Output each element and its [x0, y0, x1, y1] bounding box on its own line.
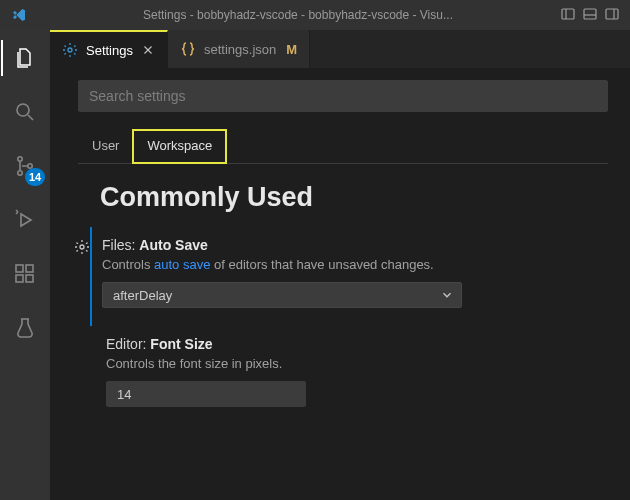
- scope-workspace[interactable]: Workspace: [133, 130, 226, 163]
- setting-font-size: Editor: Font Size Controls the font size…: [74, 326, 608, 425]
- svg-marker-11: [21, 214, 31, 226]
- svg-point-20: [80, 245, 84, 249]
- tab-settings-json[interactable]: settings.json M: [168, 30, 310, 68]
- panel-bottom-icon[interactable]: [582, 6, 598, 25]
- explorer-icon[interactable]: [1, 40, 49, 76]
- settings-body: User Workspace Commonly Used Files: Auto…: [50, 68, 630, 425]
- tab-json-label: settings.json: [204, 42, 276, 57]
- auto-save-select[interactable]: afterDelay: [102, 282, 462, 308]
- setting-description: Controls auto save of editors that have …: [102, 257, 608, 272]
- select-value: afterDelay: [113, 288, 172, 303]
- setting-category: Editor:: [106, 336, 150, 352]
- svg-line-7: [28, 115, 33, 120]
- setting-title: Editor: Font Size: [106, 336, 608, 352]
- source-control-icon[interactable]: 14: [1, 148, 49, 184]
- section-heading: Commonly Used: [100, 182, 608, 213]
- setting-name: Font Size: [150, 336, 212, 352]
- chevron-down-icon: [440, 288, 454, 305]
- svg-rect-0: [562, 9, 574, 19]
- auto-save-link[interactable]: auto save: [154, 257, 210, 272]
- setting-description: Controls the font size in pixels.: [106, 356, 608, 371]
- svg-rect-2: [584, 9, 596, 19]
- titlebar: Settings - bobbyhadz-vscode - bobbyhadz-…: [0, 0, 630, 30]
- setting-category: Files:: [102, 237, 139, 253]
- close-icon[interactable]: [141, 43, 155, 57]
- panel-right-icon[interactable]: [604, 6, 620, 25]
- svg-rect-13: [16, 275, 23, 282]
- svg-point-9: [18, 171, 22, 175]
- modified-indicator: M: [286, 42, 297, 57]
- extensions-icon[interactable]: [1, 256, 49, 292]
- scope-tabs: User Workspace: [78, 130, 608, 164]
- activity-bar: 14: [0, 30, 50, 500]
- setting-name: Auto Save: [139, 237, 207, 253]
- svg-point-6: [17, 104, 29, 116]
- tab-row: Settings settings.json M: [50, 30, 630, 68]
- font-size-input[interactable]: [106, 381, 306, 407]
- gear-icon: [62, 42, 78, 58]
- json-braces-icon: [180, 41, 196, 57]
- tab-settings-label: Settings: [86, 43, 133, 58]
- svg-rect-14: [26, 275, 33, 282]
- editor-area: Settings settings.json M User Workspace …: [50, 30, 630, 500]
- svg-point-17: [68, 48, 72, 52]
- svg-rect-4: [606, 9, 618, 19]
- svg-point-8: [18, 157, 22, 161]
- tab-settings[interactable]: Settings: [50, 30, 168, 68]
- setting-auto-save: Files: Auto Save Controls auto save of e…: [90, 227, 608, 326]
- layout-controls: [560, 6, 620, 25]
- gear-icon[interactable]: [74, 239, 90, 255]
- debug-icon[interactable]: [1, 202, 49, 238]
- window-title: Settings - bobbyhadz-vscode - bobbyhadz-…: [36, 8, 560, 22]
- setting-title: Files: Auto Save: [102, 237, 608, 253]
- search-icon[interactable]: [1, 94, 49, 130]
- search-input[interactable]: [78, 80, 608, 112]
- svg-rect-12: [16, 265, 23, 272]
- vscode-logo-icon: [10, 6, 28, 24]
- panel-left-icon[interactable]: [560, 6, 576, 25]
- testing-icon[interactable]: [1, 310, 49, 346]
- svg-rect-15: [26, 265, 33, 272]
- scm-badge: 14: [25, 168, 45, 186]
- scope-user[interactable]: User: [78, 130, 133, 163]
